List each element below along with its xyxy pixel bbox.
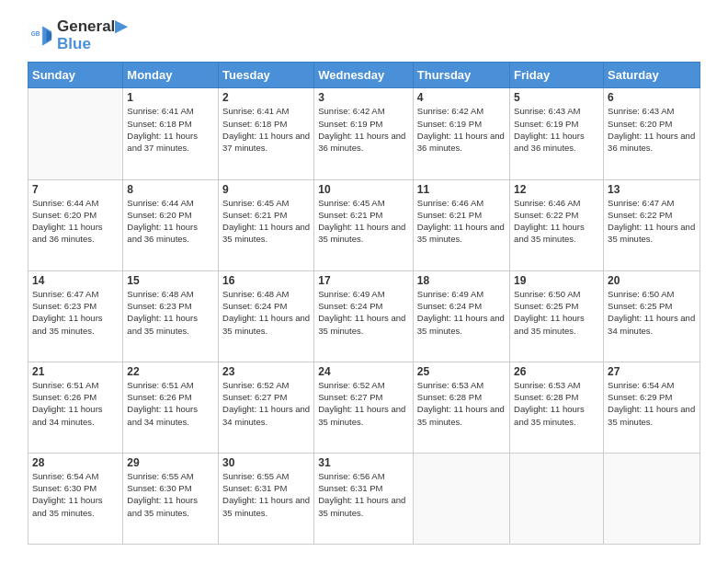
day-info: Sunrise: 6:51 AM Sunset: 6:26 PM Dayligh… bbox=[127, 379, 214, 428]
day-info: Sunrise: 6:52 AM Sunset: 6:27 PM Dayligh… bbox=[222, 379, 310, 428]
page: GB General▶ Blue SundayMondayTuesdayWedn… bbox=[0, 0, 728, 563]
day-info: Sunrise: 6:53 AM Sunset: 6:28 PM Dayligh… bbox=[514, 379, 599, 428]
calendar-cell: 12Sunrise: 6:46 AM Sunset: 6:22 PM Dayli… bbox=[510, 179, 604, 270]
calendar-cell: 18Sunrise: 6:49 AM Sunset: 6:24 PM Dayli… bbox=[413, 270, 509, 362]
day-info: Sunrise: 6:48 AM Sunset: 6:23 PM Dayligh… bbox=[127, 288, 214, 337]
day-number: 8 bbox=[127, 183, 214, 196]
day-info: Sunrise: 6:49 AM Sunset: 6:24 PM Dayligh… bbox=[318, 288, 409, 337]
weekday-header-wednesday: Wednesday bbox=[314, 63, 414, 88]
day-number: 13 bbox=[608, 183, 696, 196]
day-info: Sunrise: 6:43 AM Sunset: 6:20 PM Dayligh… bbox=[608, 105, 696, 154]
calendar-cell: 5Sunrise: 6:43 AM Sunset: 6:19 PM Daylig… bbox=[510, 88, 604, 179]
day-info: Sunrise: 6:45 AM Sunset: 6:21 PM Dayligh… bbox=[222, 197, 310, 246]
calendar-header-row: SundayMondayTuesdayWednesdayThursdayFrid… bbox=[28, 63, 700, 88]
weekday-header-tuesday: Tuesday bbox=[219, 63, 314, 88]
day-number: 15 bbox=[127, 274, 214, 287]
calendar-cell: 7Sunrise: 6:44 AM Sunset: 6:20 PM Daylig… bbox=[28, 179, 123, 270]
calendar-cell: 19Sunrise: 6:50 AM Sunset: 6:25 PM Dayli… bbox=[510, 270, 604, 362]
weekday-header-sunday: Sunday bbox=[28, 63, 123, 88]
calendar-cell: 29Sunrise: 6:55 AM Sunset: 6:30 PM Dayli… bbox=[123, 453, 219, 544]
day-info: Sunrise: 6:47 AM Sunset: 6:23 PM Dayligh… bbox=[32, 288, 119, 337]
weekday-header-thursday: Thursday bbox=[413, 63, 509, 88]
day-number: 10 bbox=[318, 183, 409, 196]
calendar-week-1: 7Sunrise: 6:44 AM Sunset: 6:20 PM Daylig… bbox=[28, 179, 700, 270]
calendar-cell: 22Sunrise: 6:51 AM Sunset: 6:26 PM Dayli… bbox=[123, 362, 219, 453]
day-number: 7 bbox=[32, 183, 119, 196]
calendar-week-0: 1Sunrise: 6:41 AM Sunset: 6:18 PM Daylig… bbox=[28, 88, 700, 179]
day-number: 23 bbox=[222, 365, 310, 378]
calendar-cell: 2Sunrise: 6:41 AM Sunset: 6:18 PM Daylig… bbox=[219, 88, 314, 179]
day-info: Sunrise: 6:50 AM Sunset: 6:25 PM Dayligh… bbox=[514, 288, 599, 337]
day-info: Sunrise: 6:49 AM Sunset: 6:24 PM Dayligh… bbox=[417, 288, 506, 337]
header: GB General▶ Blue bbox=[28, 18, 700, 52]
day-number: 30 bbox=[222, 456, 310, 469]
calendar-cell: 10Sunrise: 6:45 AM Sunset: 6:21 PM Dayli… bbox=[314, 179, 414, 270]
calendar-week-4: 28Sunrise: 6:54 AM Sunset: 6:30 PM Dayli… bbox=[28, 453, 700, 544]
day-info: Sunrise: 6:56 AM Sunset: 6:31 PM Dayligh… bbox=[318, 470, 409, 519]
calendar-cell: 16Sunrise: 6:48 AM Sunset: 6:24 PM Dayli… bbox=[219, 270, 314, 362]
calendar-cell: 28Sunrise: 6:54 AM Sunset: 6:30 PM Dayli… bbox=[28, 453, 123, 544]
day-number: 28 bbox=[32, 456, 119, 469]
day-number: 26 bbox=[514, 365, 599, 378]
day-number: 29 bbox=[127, 456, 214, 469]
logo-icon: GB bbox=[28, 23, 53, 49]
day-info: Sunrise: 6:48 AM Sunset: 6:24 PM Dayligh… bbox=[222, 288, 310, 337]
calendar-cell bbox=[413, 453, 509, 544]
calendar-cell: 1Sunrise: 6:41 AM Sunset: 6:18 PM Daylig… bbox=[123, 88, 219, 179]
day-number: 3 bbox=[318, 91, 409, 104]
day-number: 9 bbox=[222, 183, 310, 196]
day-info: Sunrise: 6:41 AM Sunset: 6:18 PM Dayligh… bbox=[222, 105, 310, 154]
day-number: 20 bbox=[608, 274, 696, 287]
calendar-cell: 13Sunrise: 6:47 AM Sunset: 6:22 PM Dayli… bbox=[604, 179, 700, 270]
day-number: 27 bbox=[608, 365, 696, 378]
calendar-cell: 26Sunrise: 6:53 AM Sunset: 6:28 PM Dayli… bbox=[510, 362, 604, 453]
day-info: Sunrise: 6:54 AM Sunset: 6:30 PM Dayligh… bbox=[32, 470, 119, 519]
day-number: 25 bbox=[417, 365, 506, 378]
day-info: Sunrise: 6:55 AM Sunset: 6:31 PM Dayligh… bbox=[222, 470, 310, 519]
weekday-header-friday: Friday bbox=[510, 63, 604, 88]
day-number: 11 bbox=[417, 183, 506, 196]
calendar-cell: 3Sunrise: 6:42 AM Sunset: 6:19 PM Daylig… bbox=[314, 88, 414, 179]
day-info: Sunrise: 6:54 AM Sunset: 6:29 PM Dayligh… bbox=[608, 379, 696, 428]
day-info: Sunrise: 6:50 AM Sunset: 6:25 PM Dayligh… bbox=[608, 288, 696, 337]
calendar-cell bbox=[28, 88, 123, 179]
day-number: 2 bbox=[222, 91, 310, 104]
calendar-cell: 23Sunrise: 6:52 AM Sunset: 6:27 PM Dayli… bbox=[219, 362, 314, 453]
calendar-cell: 27Sunrise: 6:54 AM Sunset: 6:29 PM Dayli… bbox=[604, 362, 700, 453]
day-info: Sunrise: 6:46 AM Sunset: 6:22 PM Dayligh… bbox=[514, 197, 599, 246]
day-info: Sunrise: 6:42 AM Sunset: 6:19 PM Dayligh… bbox=[417, 105, 506, 154]
day-info: Sunrise: 6:47 AM Sunset: 6:22 PM Dayligh… bbox=[608, 197, 696, 246]
day-number: 14 bbox=[32, 274, 119, 287]
day-number: 12 bbox=[514, 183, 599, 196]
day-number: 4 bbox=[417, 91, 506, 104]
calendar-cell: 17Sunrise: 6:49 AM Sunset: 6:24 PM Dayli… bbox=[314, 270, 414, 362]
calendar-cell: 4Sunrise: 6:42 AM Sunset: 6:19 PM Daylig… bbox=[413, 88, 509, 179]
day-number: 22 bbox=[127, 365, 214, 378]
svg-text:GB: GB bbox=[31, 30, 40, 37]
calendar-cell: 30Sunrise: 6:55 AM Sunset: 6:31 PM Dayli… bbox=[219, 453, 314, 544]
day-number: 18 bbox=[417, 274, 506, 287]
calendar-cell: 6Sunrise: 6:43 AM Sunset: 6:20 PM Daylig… bbox=[604, 88, 700, 179]
calendar-cell: 24Sunrise: 6:52 AM Sunset: 6:27 PM Dayli… bbox=[314, 362, 414, 453]
calendar-cell bbox=[510, 453, 604, 544]
day-number: 16 bbox=[222, 274, 310, 287]
calendar-cell: 20Sunrise: 6:50 AM Sunset: 6:25 PM Dayli… bbox=[604, 270, 700, 362]
calendar-cell: 14Sunrise: 6:47 AM Sunset: 6:23 PM Dayli… bbox=[28, 270, 123, 362]
calendar-cell: 8Sunrise: 6:44 AM Sunset: 6:20 PM Daylig… bbox=[123, 179, 219, 270]
calendar-cell: 9Sunrise: 6:45 AM Sunset: 6:21 PM Daylig… bbox=[219, 179, 314, 270]
day-info: Sunrise: 6:53 AM Sunset: 6:28 PM Dayligh… bbox=[417, 379, 506, 428]
calendar-cell bbox=[604, 453, 700, 544]
calendar-cell: 11Sunrise: 6:46 AM Sunset: 6:21 PM Dayli… bbox=[413, 179, 509, 270]
weekday-header-saturday: Saturday bbox=[604, 63, 700, 88]
calendar-week-3: 21Sunrise: 6:51 AM Sunset: 6:26 PM Dayli… bbox=[28, 362, 700, 453]
day-number: 31 bbox=[318, 456, 409, 469]
weekday-header-monday: Monday bbox=[123, 63, 219, 88]
calendar-cell: 15Sunrise: 6:48 AM Sunset: 6:23 PM Dayli… bbox=[123, 270, 219, 362]
logo: GB General▶ Blue bbox=[28, 18, 127, 52]
calendar-cell: 31Sunrise: 6:56 AM Sunset: 6:31 PM Dayli… bbox=[314, 453, 414, 544]
logo-text: General▶ Blue bbox=[57, 18, 127, 52]
day-info: Sunrise: 6:42 AM Sunset: 6:19 PM Dayligh… bbox=[318, 105, 409, 154]
day-number: 19 bbox=[514, 274, 599, 287]
day-info: Sunrise: 6:51 AM Sunset: 6:26 PM Dayligh… bbox=[32, 379, 119, 428]
calendar-cell: 21Sunrise: 6:51 AM Sunset: 6:26 PM Dayli… bbox=[28, 362, 123, 453]
